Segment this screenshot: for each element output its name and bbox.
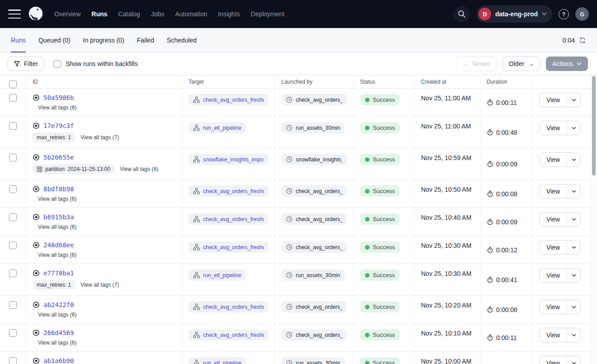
tab-runs[interactable]: Runs [11,28,26,52]
target-pill[interactable]: check_avg_orders_freshne [189,241,268,253]
row-checkbox[interactable] [9,301,17,309]
nav-item-automation[interactable]: Automation [175,10,207,18]
row-checkbox[interactable] [9,185,17,193]
launched-by-pill[interactable]: run_assets_30min [281,357,345,364]
run-id-link[interactable]: ab1a6b90 [43,357,74,364]
run-id-link[interactable]: ab2422f0 [43,301,74,308]
view-dropdown-button[interactable] [567,300,580,314]
view-all-tags-link[interactable]: View all tags (6) [38,196,76,202]
view-dropdown-button[interactable] [567,328,580,342]
launched-by-pill[interactable]: check_avg_orders_f… [281,241,347,253]
view-button[interactable]: View [540,93,567,107]
target-pill[interactable]: run_etl_pipeline [189,122,246,133]
view-dropdown-button[interactable] [567,93,580,107]
view-button[interactable]: View [540,356,567,364]
status-badge[interactable]: Success [360,357,400,364]
refresh-icon[interactable] [579,37,586,44]
target-pill[interactable]: check_avg_orders_freshne [189,185,268,197]
launched-by-pill[interactable]: check_avg_orders_f… [281,185,347,197]
view-button[interactable]: View [540,184,567,198]
view-dropdown-button[interactable] [567,153,580,166]
run-id-link[interactable]: 248d68ee [43,241,74,249]
run-tag-pill[interactable]: max_retries: 1 [33,132,75,142]
target-pill[interactable]: run_etl_pipeline [189,269,246,281]
view-dropdown-button[interactable] [567,356,580,364]
status-badge[interactable]: Success [360,301,400,312]
launched-by-pill[interactable]: check_avg_orders_f… [281,301,347,312]
tab-queued[interactable]: Queued (0) [38,28,71,52]
nav-item-jobs[interactable]: Jobs [151,10,165,18]
nav-item-insights[interactable]: Insights [218,10,240,18]
tab-in-progress[interactable]: In progress (0) [83,28,124,52]
filter-button[interactable]: Filter [7,57,44,71]
run-id-link[interactable]: 17e79c3f [43,122,74,129]
view-all-tags-link[interactable]: View all tags (7) [81,134,119,141]
view-dropdown-button[interactable] [567,241,580,254]
tab-failed[interactable]: Failed [137,28,154,52]
status-badge[interactable]: Success [360,122,400,133]
run-tag-pill[interactable]: max_retries: 1 [33,280,75,290]
row-checkbox[interactable] [9,213,17,221]
launched-by-pill[interactable]: snowflake_insights_… [281,154,347,165]
dagster-logo-icon[interactable] [27,5,44,23]
view-button[interactable]: View [540,241,567,254]
view-dropdown-button[interactable] [567,213,580,226]
target-pill[interactable]: snowflake_insights_import [189,154,268,165]
target-pill[interactable]: check_avg_orders_freshne [189,213,268,225]
view-button[interactable]: View [540,153,567,166]
select-all-checkbox[interactable] [9,80,17,88]
run-tag-pill[interactable]: partition: 2024-11-25-13:00 [33,164,114,174]
run-id-link[interactable]: 8bdf8b98 [43,185,74,193]
status-badge[interactable]: Success [360,185,400,197]
row-checkbox[interactable] [9,269,17,277]
view-all-tags-link[interactable]: View all tags (6) [38,312,76,318]
view-all-tags-link[interactable]: View all tags (6) [38,104,76,111]
backfills-checkbox[interactable] [53,60,61,68]
row-checkbox[interactable] [9,154,17,161]
target-pill[interactable]: check_avg_orders_freshne [189,94,268,105]
view-dropdown-button[interactable] [567,121,580,135]
view-all-tags-link[interactable]: View all tags (6) [38,340,76,346]
view-all-tags-link[interactable]: View all tags (6) [38,252,76,258]
view-dropdown-button[interactable] [567,184,580,198]
target-pill[interactable]: run_etl_pipeline [189,357,246,364]
launched-by-pill[interactable]: check_avg_orders_f… [281,329,347,340]
deployment-switcher[interactable]: D data-eng-prod [476,5,552,23]
launched-by-pill[interactable]: run_assets_30min [281,122,345,133]
older-button[interactable]: Older → [502,57,540,71]
newer-button[interactable]: ← Newer [456,57,497,71]
status-badge[interactable]: Success [360,329,400,340]
hamburger-menu-icon[interactable] [8,9,21,19]
nav-item-deployment[interactable]: Deployment [251,10,284,18]
backfills-checkbox-wrap[interactable]: Show runs within backfills [53,60,138,68]
run-id-link[interactable]: 5b20655e [43,154,74,161]
row-checkbox[interactable] [9,122,17,130]
row-checkbox[interactable] [9,357,17,364]
row-checkbox[interactable] [9,329,17,337]
row-checkbox[interactable] [9,94,17,102]
view-all-tags-link[interactable]: View all tags (6) [38,224,76,230]
launched-by-pill[interactable]: run_assets_30min [281,269,345,281]
status-badge[interactable]: Success [360,241,400,253]
search-button[interactable] [454,6,470,22]
help-icon[interactable]: ? [559,9,569,19]
run-id-link[interactable]: b6915b3a [43,213,74,221]
view-button[interactable]: View [540,121,567,135]
view-all-tags-link[interactable]: View all tags (8) [120,166,158,172]
tab-scheduled[interactable]: Scheduled [167,28,197,52]
status-badge[interactable]: Success [360,213,400,225]
view-button[interactable]: View [540,328,567,342]
run-id-link[interactable]: 266d4569 [43,329,74,336]
status-badge[interactable]: Success [360,269,400,281]
run-id-link[interactable]: e7778ba1 [43,269,74,277]
user-avatar[interactable]: G [575,7,589,21]
nav-item-catalog[interactable]: Catalog [118,10,140,18]
nav-item-overview[interactable]: Overview [54,10,81,18]
target-pill[interactable]: check_avg_orders_freshne [189,329,268,340]
view-all-tags-link[interactable]: View all tags (7) [81,282,119,288]
target-pill[interactable]: check_avg_orders_freshne [189,301,268,312]
status-badge[interactable]: Success [360,94,400,105]
launched-by-pill[interactable]: check_avg_orders_f… [281,94,347,105]
view-button[interactable]: View [540,300,567,314]
view-dropdown-button[interactable] [567,269,580,282]
